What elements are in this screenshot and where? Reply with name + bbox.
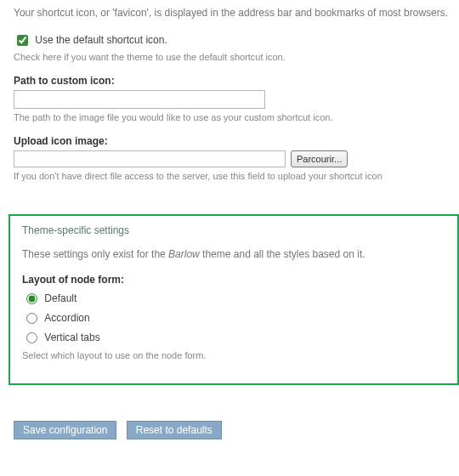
use-default-shortcut-icon-label: Use the default shortcut icon. xyxy=(35,34,167,46)
save-configuration-button[interactable]: Save configuration xyxy=(14,421,116,439)
favicon-intro: Your shortcut icon, or 'favicon', is dis… xyxy=(14,5,459,20)
upload-icon-image-input[interactable] xyxy=(14,150,286,167)
theme-specific-settings-intro: These settings only exist for the Barlow… xyxy=(22,246,445,262)
layout-option-accordion-label: Accordion xyxy=(44,312,89,324)
path-to-custom-icon-label: Path to custom icon: xyxy=(14,75,459,87)
upload-icon-image-desc: If you don't have direct file access to … xyxy=(14,170,459,184)
layout-of-node-form-label: Layout of node form: xyxy=(22,274,445,286)
path-to-custom-icon-desc: The path to the image file you would lik… xyxy=(14,111,459,125)
layout-option-default-label: Default xyxy=(44,292,76,304)
path-to-custom-icon-input[interactable] xyxy=(14,90,265,109)
use-default-shortcut-icon-desc: Check here if you want the theme to use … xyxy=(14,51,459,65)
upload-icon-image-label: Upload icon image: xyxy=(14,135,459,147)
layout-option-default-radio[interactable] xyxy=(26,293,37,304)
browse-button[interactable]: Parcourir... xyxy=(291,150,348,167)
reset-to-defaults-button[interactable]: Reset to defaults xyxy=(127,421,222,439)
layout-option-vertical-tabs-radio[interactable] xyxy=(26,332,37,343)
theme-specific-settings-legend: Theme-specific settings xyxy=(22,224,445,241)
layout-option-accordion-radio[interactable] xyxy=(26,313,37,324)
layout-option-vertical-tabs-label: Vertical tabs xyxy=(44,332,99,343)
layout-of-node-form-desc: Select which layout to use on the node f… xyxy=(22,349,445,363)
use-default-shortcut-icon-checkbox[interactable] xyxy=(17,35,28,46)
theme-specific-settings-fieldset: Theme-specific settings These settings o… xyxy=(8,214,459,385)
